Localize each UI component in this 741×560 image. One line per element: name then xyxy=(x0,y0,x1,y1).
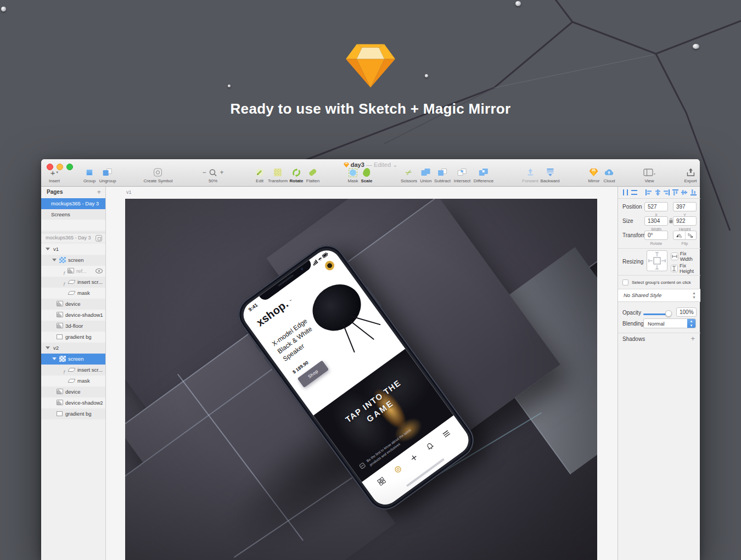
opacity-slider-knob[interactable] xyxy=(665,310,672,317)
layer-row-3d-floor[interactable]: 3d-floor xyxy=(41,321,106,332)
align-middle-icon[interactable] xyxy=(681,189,687,196)
toolbar-transform[interactable]: Transform xyxy=(268,167,288,183)
layer-row-insert-scr-v1[interactable]: ƒ insert scr... xyxy=(41,277,106,288)
align-left-icon[interactable] xyxy=(645,189,652,196)
page-item-mockups365[interactable]: mockups365 - Day 3 xyxy=(41,198,106,209)
layer-row-device-shadow1[interactable]: device-shadow1 xyxy=(41,310,106,321)
blending-dropdown[interactable]: Normal ▲▼ xyxy=(643,318,696,328)
fix-height-button[interactable]: Fix Height xyxy=(671,263,700,274)
toolbar-intersect[interactable]: Intersect xyxy=(454,167,471,183)
disclosure-arrow-icon[interactable] xyxy=(46,346,50,349)
fix-width-button[interactable]: Fix Width xyxy=(671,251,700,262)
stepper-icon[interactable]: ▲▼ xyxy=(692,291,696,300)
toolbar-forward[interactable]: Forward xyxy=(522,167,538,183)
divider xyxy=(618,275,700,276)
zoom-in-icon[interactable]: + xyxy=(220,169,224,176)
scene-vignette xyxy=(125,199,597,560)
toolbar-flatten[interactable]: Flatten xyxy=(306,167,319,183)
toolbar-scissors[interactable]: ✂ Scissors xyxy=(401,167,417,183)
hero-heading: Ready to use with Sketch + Magic Mirror xyxy=(0,100,741,117)
distribute-vertically-icon[interactable] xyxy=(631,189,637,196)
layer-row-insert-scr-v2[interactable]: ƒ insert scr... xyxy=(41,365,106,376)
eye-icon[interactable] xyxy=(96,268,103,273)
toolbar-zoom[interactable]: − + 50% xyxy=(202,167,223,183)
artboard-screen-icon xyxy=(59,356,66,362)
dust-particle xyxy=(515,1,521,6)
layer-row-device-v2[interactable]: device xyxy=(41,387,106,397)
toolbar-export[interactable]: Export xyxy=(684,167,697,183)
toolbar-subtract[interactable]: Subtract xyxy=(434,167,451,183)
add-shadow-button[interactable]: + xyxy=(691,334,695,343)
toolbar-cloud[interactable]: Cloud xyxy=(604,167,615,183)
disclosure-arrow-icon[interactable] xyxy=(52,357,57,360)
layer-row-v1[interactable]: v1 xyxy=(41,244,106,255)
resizing-pin-widget[interactable] xyxy=(647,250,667,271)
toolbar-rotate[interactable]: Rotate xyxy=(290,167,304,183)
canvas[interactable]: v1 9:41 xyxy=(106,187,618,560)
lock-icon[interactable] xyxy=(669,218,673,223)
bitmap-layer-icon xyxy=(57,389,63,394)
opacity-field[interactable]: 100% xyxy=(676,307,697,317)
select-group-checkbox[interactable] xyxy=(622,279,628,285)
export-icon xyxy=(686,168,695,177)
layer-row-device-shadow2[interactable]: device-shadow2 xyxy=(41,397,106,408)
layer-row-screen-v1[interactable]: screen xyxy=(41,255,106,266)
toolbar-group[interactable]: Group xyxy=(83,167,96,183)
width-field[interactable]: 1304 xyxy=(644,216,668,226)
artboard-list-icon[interactable] xyxy=(96,235,102,242)
toolbar-mask[interactable]: Mask xyxy=(347,167,358,183)
layer-list-section-header[interactable]: mockups365 - Day 3 xyxy=(41,233,106,243)
layer-row-device-v1[interactable]: device xyxy=(41,299,106,310)
distribute-horizontally-icon[interactable] xyxy=(622,189,628,196)
layer-row-gradient-bg-v1[interactable]: gradient bg xyxy=(41,332,106,343)
sketch-doc-icon xyxy=(344,163,349,167)
layer-row-gradient-bg-v2[interactable]: gradient bg xyxy=(41,408,106,419)
rotate-icon xyxy=(291,168,301,177)
subtract-icon xyxy=(438,169,447,176)
add-page-button[interactable]: + xyxy=(97,188,101,196)
flip-vertical-button[interactable] xyxy=(685,231,697,239)
toolbar-scale[interactable]: Scale xyxy=(361,167,373,183)
zoom-out-icon[interactable]: − xyxy=(202,169,206,176)
artboard-v1[interactable]: 9:41 xshop. ⌄ X-model xyxy=(125,199,597,560)
toolbar-edit[interactable]: Edit xyxy=(255,167,264,183)
layer-row-screen-v2-selected[interactable]: screen xyxy=(41,354,106,365)
rotate-field[interactable]: 0° xyxy=(644,231,668,240)
align-center-icon[interactable] xyxy=(654,189,661,196)
toolbar-ungroup[interactable]: Ungroup xyxy=(99,167,116,183)
position-x-field[interactable]: 527 xyxy=(644,202,668,211)
toolbar-view[interactable]: View xyxy=(643,167,655,183)
position-y-field[interactable]: 397 xyxy=(673,202,697,211)
dust-particle xyxy=(228,85,231,87)
mask-icon xyxy=(349,168,358,177)
layer-row-mask-v2[interactable]: mask xyxy=(41,376,106,387)
flip-sublabel: Flip xyxy=(673,241,697,246)
height-field[interactable]: 922 xyxy=(673,216,697,226)
toolbar-union[interactable]: Union xyxy=(420,167,432,183)
align-right-icon[interactable] xyxy=(663,189,670,196)
scissors-icon: ✂ xyxy=(404,167,414,178)
rect-layer-icon xyxy=(57,411,63,416)
artboard-title[interactable]: v1 xyxy=(126,189,132,195)
align-top-icon[interactable] xyxy=(672,189,678,196)
toolbar-difference[interactable]: Difference xyxy=(474,167,493,183)
align-bottom-icon[interactable] xyxy=(690,189,697,196)
divider xyxy=(618,333,700,333)
flip-horizontal-button[interactable] xyxy=(673,231,685,239)
layer-row-v2[interactable]: v2 xyxy=(41,343,106,354)
toolbar-create-symbol[interactable]: Create Symbol xyxy=(144,167,173,183)
disclosure-arrow-icon[interactable] xyxy=(52,259,57,261)
layer-row-ref[interactable]: ƒ ref... xyxy=(41,266,106,277)
toolbar-mirror[interactable]: Mirror xyxy=(588,167,600,183)
magnifier-icon xyxy=(209,169,217,177)
layer-row-mask-v1[interactable]: mask xyxy=(41,288,106,299)
toolbar-backward[interactable]: Backward xyxy=(540,167,559,183)
shape-layer-icon xyxy=(68,368,76,372)
artboard-screen-icon xyxy=(59,257,66,263)
shared-style-dropdown[interactable]: No Shared Style ▲▼ xyxy=(618,289,700,302)
disclosure-arrow-icon[interactable] xyxy=(46,248,50,250)
size-label: Size xyxy=(622,218,633,224)
page-item-screens[interactable]: Screens xyxy=(41,209,106,220)
bitmap-layer-icon xyxy=(57,323,63,328)
toolbar-insert[interactable]: +▾ Insert xyxy=(49,167,60,183)
